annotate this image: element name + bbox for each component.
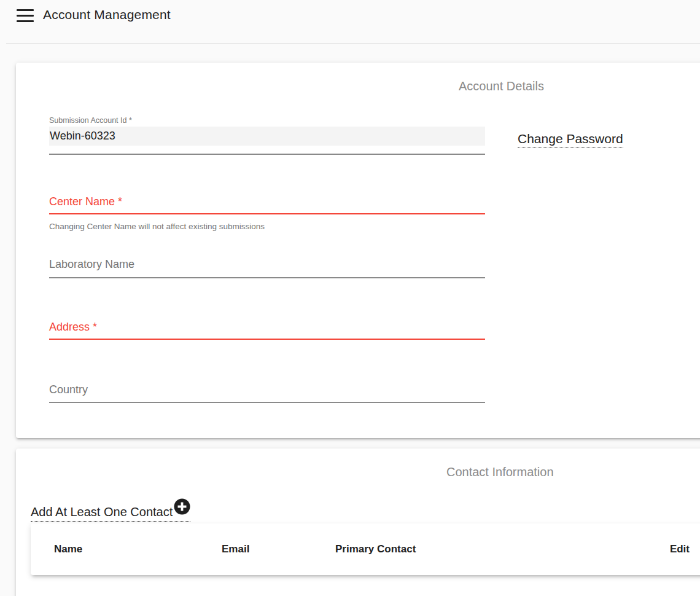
toolbar-divider bbox=[6, 43, 700, 44]
center-name-helper-text: Changing Center Name will not affect exi… bbox=[49, 222, 485, 231]
page-title: Account Management bbox=[43, 7, 171, 22]
address-underline bbox=[49, 339, 485, 340]
add-contact-button[interactable]: Add At Least One Contact bbox=[31, 498, 190, 522]
account-details-title: Account Details bbox=[459, 79, 544, 93]
plus-circle-icon bbox=[174, 498, 190, 515]
column-header-name: Name bbox=[54, 523, 82, 575]
center-name-underline bbox=[49, 213, 485, 214]
country-label: Country bbox=[49, 383, 485, 396]
laboratory-name-label: Laboratory Name bbox=[49, 258, 485, 271]
center-name-label: Center Name * bbox=[49, 195, 485, 208]
column-header-edit: Edit bbox=[670, 523, 690, 575]
column-header-primary-contact: Primary Contact bbox=[335, 523, 416, 575]
contact-information-title: Contact Information bbox=[446, 465, 554, 479]
contacts-table-header-row: Name Email Primary Contact Edit bbox=[31, 523, 700, 575]
add-contact-label: Add At Least One Contact bbox=[31, 504, 173, 520]
hamburger-menu-icon[interactable] bbox=[17, 9, 34, 23]
submission-account-id-underline bbox=[49, 154, 485, 155]
country-underline bbox=[49, 402, 485, 403]
submission-account-id-label: Submission Account Id * bbox=[49, 116, 485, 125]
change-password-link[interactable]: Change Password bbox=[518, 131, 623, 148]
submission-account-id-field: Webin-60323 bbox=[49, 127, 485, 146]
laboratory-name-underline bbox=[49, 277, 485, 278]
address-label: Address * bbox=[49, 321, 485, 334]
column-header-email: Email bbox=[222, 523, 249, 575]
top-app-bar: Account Management bbox=[0, 0, 700, 32]
